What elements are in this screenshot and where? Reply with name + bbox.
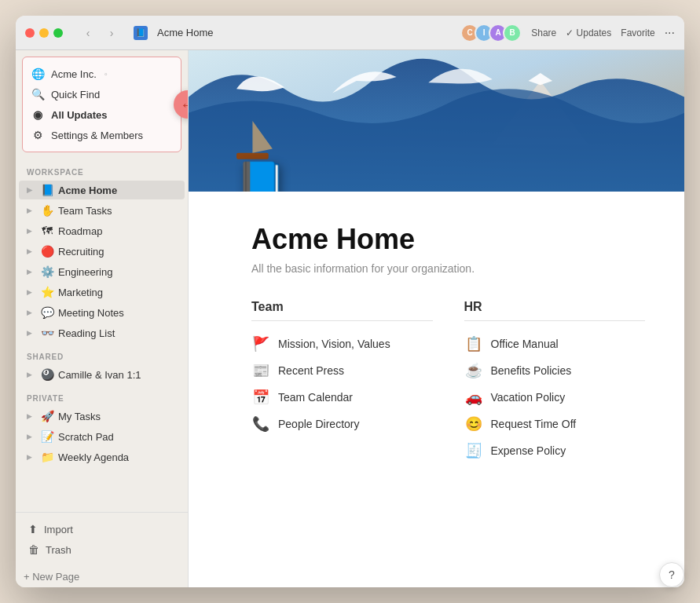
updates-button[interactable]: ✓ Updates bbox=[566, 27, 611, 38]
scratch-pad-icon: 📝 bbox=[39, 430, 55, 443]
trash-label: Trash bbox=[46, 544, 71, 556]
app-window: ‹ › 📘 Acme Home C I A B Share ✓ Updates … bbox=[16, 16, 684, 587]
maximize-button[interactable] bbox=[53, 28, 63, 38]
sidebar-item-acme-inc[interactable]: 🌐 Acme Inc. ◦ bbox=[23, 64, 181, 84]
sidebar-item-scratch-pad[interactable]: ▶ 📝 Scratch Pad bbox=[19, 427, 185, 446]
sidebar-top-wrapper: 🌐 Acme Inc. ◦ 🔍 Quick Find ◉ All Updates… bbox=[16, 50, 188, 159]
favorite-button[interactable]: Favorite bbox=[621, 27, 654, 38]
titlebar: ‹ › 📘 Acme Home C I A B Share ✓ Updates … bbox=[16, 16, 684, 50]
sidebar-item-settings[interactable]: ⚙ Settings & Members bbox=[23, 125, 181, 145]
team-column: Team 🚩 Mission, Vision, Values 📰 Recent … bbox=[251, 300, 433, 464]
settings-label: Settings & Members bbox=[51, 130, 143, 141]
more-button[interactable]: ··· bbox=[665, 26, 675, 40]
recent-press-item[interactable]: 📰 Recent Press bbox=[251, 357, 433, 384]
sidebar-item-marketing[interactable]: ▶ ⭐ Marketing bbox=[19, 283, 185, 302]
page-icon: 📘 bbox=[134, 26, 148, 40]
sidebar-top-section: 🌐 Acme Inc. ◦ 🔍 Quick Find ◉ All Updates… bbox=[22, 57, 181, 152]
vacation-policy-item[interactable]: 🚗 Vacation Policy bbox=[464, 384, 646, 411]
team-calendar-item[interactable]: 📅 Team Calendar bbox=[251, 384, 433, 411]
sidebar-item-roadmap[interactable]: ▶ 🗺 Roadmap bbox=[19, 221, 185, 240]
trash-icon: 🗑 bbox=[28, 543, 39, 556]
weekly-agenda-label: Weekly Agenda bbox=[58, 451, 178, 463]
minimize-button[interactable] bbox=[39, 28, 49, 38]
avatar-4: B bbox=[503, 24, 522, 42]
sidebar-item-camille-ivan[interactable]: ▶ 🎱 Camille & Ivan 1:1 bbox=[19, 365, 185, 384]
sidebar: 🌐 Acme Inc. ◦ 🔍 Quick Find ◉ All Updates… bbox=[16, 50, 189, 587]
recruiting-icon: 🔴 bbox=[39, 245, 55, 258]
engineering-icon: ⚙️ bbox=[39, 265, 55, 278]
weekly-agenda-icon: 📁 bbox=[39, 451, 55, 463]
people-directory-item[interactable]: 📞 People Directory bbox=[251, 411, 433, 437]
reading-list-label: Reading List bbox=[58, 327, 178, 339]
scratch-pad-label: Scratch Pad bbox=[58, 431, 178, 443]
my-tasks-icon: 🚀 bbox=[39, 410, 55, 422]
chevron-icon: ▶ bbox=[27, 371, 36, 378]
sidebar-bottom: ⬆ Import 🗑 Trash bbox=[16, 512, 188, 566]
sidebar-item-acme-home[interactable]: ▶ 📘 Acme Home bbox=[19, 181, 185, 199]
import-button[interactable]: ⬆ Import bbox=[22, 519, 181, 539]
mission-item[interactable]: 🚩 Mission, Vision, Values bbox=[251, 331, 433, 357]
mission-label: Mission, Vision, Values bbox=[278, 338, 390, 350]
sidebar-item-my-tasks[interactable]: ▶ 🚀 My Tasks bbox=[19, 407, 185, 426]
acme-inc-label: Acme Inc. bbox=[51, 68, 97, 80]
request-time-off-item[interactable]: 😊 Request Time Off bbox=[464, 411, 646, 437]
benefits-policies-label: Benefits Policies bbox=[491, 364, 572, 377]
columns-grid: Team 🚩 Mission, Vision, Values 📰 Recent … bbox=[251, 300, 645, 464]
camille-ivan-icon: 🎱 bbox=[39, 368, 55, 381]
sidebar-item-reading-list[interactable]: ▶ 👓 Reading List bbox=[19, 323, 185, 342]
sidebar-item-engineering[interactable]: ▶ ⚙️ Engineering bbox=[19, 262, 185, 281]
back-button[interactable]: ‹ bbox=[79, 24, 97, 42]
hr-column: HR 📋 Office Manual ☕ Benefits Policies 🚗… bbox=[464, 300, 646, 464]
meeting-notes-label: Meeting Notes bbox=[58, 307, 178, 319]
team-column-header: Team bbox=[251, 300, 433, 321]
shared-section-label: SHARED bbox=[16, 343, 188, 364]
import-icon: ⬆ bbox=[28, 523, 38, 535]
close-button[interactable] bbox=[25, 28, 35, 38]
chevron-icon: ▶ bbox=[27, 309, 36, 316]
chevron-icon: ▶ bbox=[27, 412, 36, 420]
acme-home-icon: 📘 bbox=[39, 184, 55, 196]
acme-inc-suffix: ◦ bbox=[104, 69, 108, 79]
sidebar-item-team-tasks[interactable]: ▶ ✋ Team Tasks bbox=[19, 201, 185, 220]
reading-list-icon: 👓 bbox=[39, 327, 55, 339]
sidebar-item-all-updates[interactable]: ◉ All Updates bbox=[23, 104, 181, 125]
settings-icon: ⚙ bbox=[31, 129, 45, 141]
chevron-icon: ▶ bbox=[27, 329, 36, 337]
request-time-off-label: Request Time Off bbox=[491, 418, 577, 430]
team-calendar-icon: 📅 bbox=[251, 389, 270, 406]
titlebar-actions: C I A B Share ✓ Updates Favorite ··· bbox=[460, 24, 675, 42]
people-directory-label: People Directory bbox=[278, 418, 360, 430]
page-subtitle: All the basic information for your organ… bbox=[251, 262, 645, 275]
quick-find-label: Quick Find bbox=[51, 89, 100, 100]
camille-ivan-label: Camille & Ivan 1:1 bbox=[58, 369, 178, 381]
office-manual-item[interactable]: 📋 Office Manual bbox=[464, 331, 646, 357]
nav-buttons: ‹ › bbox=[79, 24, 121, 42]
new-page-button[interactable]: + New Page bbox=[16, 566, 188, 587]
marketing-label: Marketing bbox=[58, 287, 178, 298]
share-button[interactable]: Share bbox=[531, 27, 556, 38]
hr-column-header: HR bbox=[464, 300, 646, 321]
sidebar-item-weekly-agenda[interactable]: ▶ 📁 Weekly Agenda bbox=[19, 448, 185, 466]
page-content-area: Acme Home All the basic information for … bbox=[189, 192, 684, 587]
updates-icon: ◉ bbox=[31, 108, 45, 121]
import-label: Import bbox=[44, 524, 73, 535]
chevron-icon: ▶ bbox=[27, 247, 36, 255]
expense-policy-item[interactable]: 🧾 Expense Policy bbox=[464, 437, 646, 464]
main-content: 📘 Acme Home All the basic information fo… bbox=[189, 50, 684, 587]
sidebar-item-quick-find[interactable]: 🔍 Quick Find bbox=[23, 84, 181, 104]
page-title: Acme Home bbox=[251, 223, 645, 256]
chevron-icon: ▶ bbox=[27, 288, 36, 296]
sidebar-item-recruiting[interactable]: ▶ 🔴 Recruiting bbox=[19, 242, 185, 261]
benefits-policies-item[interactable]: ☕ Benefits Policies bbox=[464, 357, 646, 384]
forward-button[interactable]: › bbox=[102, 24, 121, 42]
recruiting-label: Recruiting bbox=[58, 246, 178, 258]
mission-icon: 🚩 bbox=[251, 335, 270, 353]
help-button[interactable]: ? bbox=[659, 562, 684, 587]
team-tasks-icon: ✋ bbox=[39, 204, 55, 217]
recent-press-icon: 📰 bbox=[251, 362, 270, 379]
office-manual-icon: 📋 bbox=[464, 335, 483, 353]
trash-button[interactable]: 🗑 Trash bbox=[22, 539, 181, 560]
sidebar-item-meeting-notes[interactable]: ▶ 💬 Meeting Notes bbox=[19, 303, 185, 322]
chevron-icon: ▶ bbox=[27, 186, 36, 194]
marketing-icon: ⭐ bbox=[39, 286, 55, 298]
